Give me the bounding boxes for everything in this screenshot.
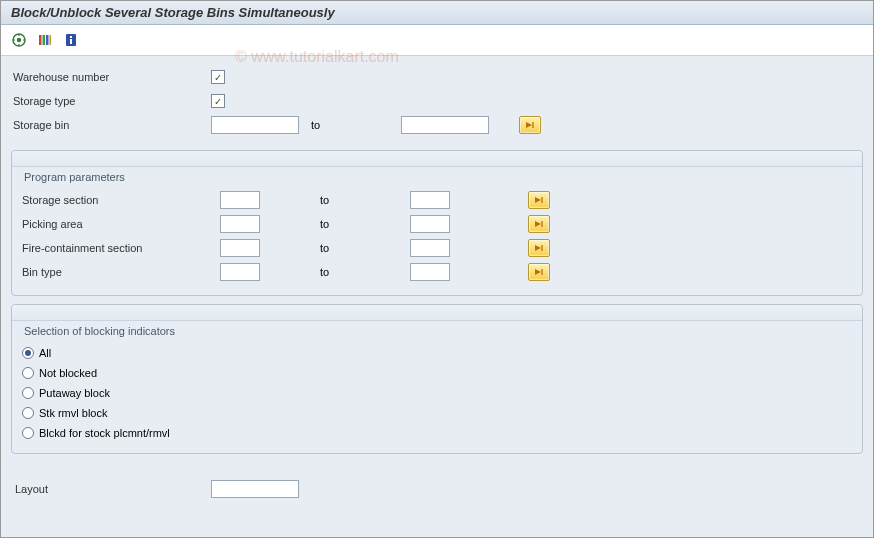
toolbar (1, 25, 873, 56)
fire-containment-to-input[interactable] (410, 239, 450, 257)
warehouse-number-label: Warehouse number (11, 71, 211, 83)
svg-rect-12 (70, 39, 72, 44)
warehouse-number-checkbox[interactable]: ✓ (211, 70, 225, 84)
execute-icon[interactable] (9, 31, 29, 49)
svg-rect-9 (50, 35, 52, 45)
variants-icon[interactable] (35, 31, 55, 49)
picking-area-to-input[interactable] (410, 215, 450, 233)
fire-containment-from-input[interactable] (220, 239, 260, 257)
content-area: Warehouse number ✓ Storage type ✓ Storag… (1, 56, 873, 538)
blocking-indicators-group: Selection of blocking indicators All Not… (11, 304, 863, 454)
radio-all[interactable] (22, 347, 34, 359)
to-label: to (320, 194, 329, 206)
fire-containment-label: Fire-containment section (20, 242, 220, 254)
svg-rect-8 (46, 35, 49, 45)
bin-type-multi-button[interactable] (528, 263, 550, 281)
radio-blckd-plcmnt-rmvl[interactable] (22, 427, 34, 439)
picking-area-label: Picking area (20, 218, 220, 230)
info-icon[interactable] (61, 31, 81, 49)
svg-point-1 (17, 38, 21, 42)
program-parameters-group: Program parameters Storage section to Pi… (11, 150, 863, 296)
svg-rect-7 (43, 35, 46, 45)
to-label: to (320, 218, 329, 230)
storage-bin-multiple-selection-button[interactable] (519, 116, 541, 134)
radio-blckd-plcmnt-rmvl-label: Blckd for stock plcmnt/rmvl (39, 427, 170, 439)
layout-input[interactable] (211, 480, 299, 498)
svg-rect-6 (39, 35, 42, 45)
page-title: Block/Unblock Several Storage Bins Simul… (1, 1, 873, 25)
storage-type-checkbox[interactable]: ✓ (211, 94, 225, 108)
bin-type-to-input[interactable] (410, 263, 450, 281)
storage-section-multi-button[interactable] (528, 191, 550, 209)
radio-all-label: All (39, 347, 51, 359)
to-label: to (311, 119, 320, 131)
storage-section-to-input[interactable] (410, 191, 450, 209)
bin-type-label: Bin type (20, 266, 220, 278)
svg-rect-11 (70, 36, 72, 38)
to-label: to (320, 242, 329, 254)
program-parameters-title: Program parameters (20, 169, 854, 185)
picking-area-multi-button[interactable] (528, 215, 550, 233)
layout-label: Layout (13, 483, 211, 495)
radio-putaway-block-label: Putaway block (39, 387, 110, 399)
fire-containment-multi-button[interactable] (528, 239, 550, 257)
storage-bin-from-input[interactable] (211, 116, 299, 134)
storage-bin-to-input[interactable] (401, 116, 489, 134)
radio-stk-rmvl-block[interactable] (22, 407, 34, 419)
to-label: to (320, 266, 329, 278)
blocking-indicators-title: Selection of blocking indicators (20, 323, 854, 339)
storage-section-label: Storage section (20, 194, 220, 206)
storage-bin-label: Storage bin (11, 119, 211, 131)
storage-type-label: Storage type (11, 95, 211, 107)
radio-not-blocked-label: Not blocked (39, 367, 97, 379)
bin-type-from-input[interactable] (220, 263, 260, 281)
storage-section-from-input[interactable] (220, 191, 260, 209)
picking-area-from-input[interactable] (220, 215, 260, 233)
radio-not-blocked[interactable] (22, 367, 34, 379)
radio-stk-rmvl-block-label: Stk rmvl block (39, 407, 107, 419)
radio-putaway-block[interactable] (22, 387, 34, 399)
